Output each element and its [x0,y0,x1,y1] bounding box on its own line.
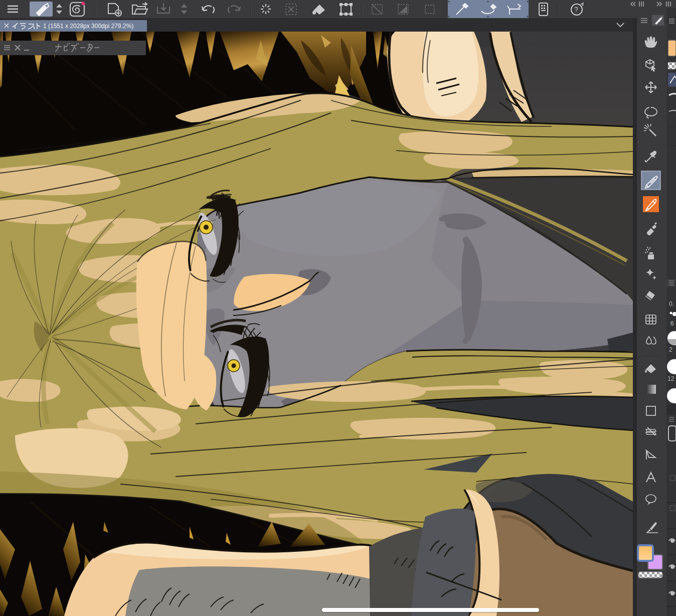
svg-text:0.: 0. [669,300,674,307]
svg-text:1 (1551 x 2028px 300dpi 279.2%: 1 (1551 x 2028px 300dpi 279.2%) [43,23,133,30]
svg-text:?: ? [574,6,578,14]
svg-text:2: 2 [669,346,672,353]
svg-text:6: 6 [670,320,674,327]
svg-text:12: 12 [667,375,674,382]
